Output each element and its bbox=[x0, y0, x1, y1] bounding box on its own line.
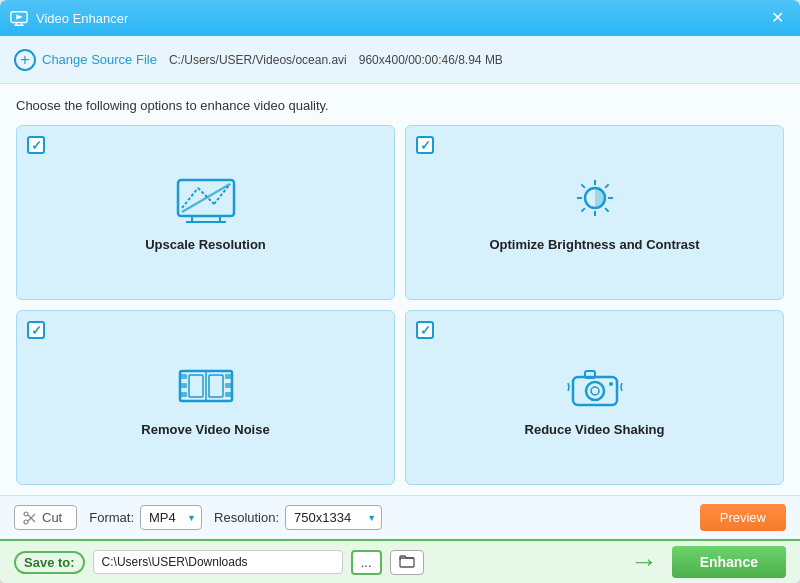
upscale-label: Upscale Resolution bbox=[145, 237, 266, 252]
svg-line-11 bbox=[214, 184, 230, 204]
brightness-icon bbox=[563, 175, 627, 227]
save-path-input[interactable] bbox=[93, 550, 343, 574]
option-shaking[interactable]: Reduce Video Shaking bbox=[405, 310, 784, 485]
checkbox-shaking[interactable] bbox=[416, 321, 434, 339]
svg-rect-31 bbox=[209, 375, 223, 397]
title-bar: Video Enhancer ✕ bbox=[0, 0, 800, 36]
arrow-spacer: → bbox=[432, 546, 664, 578]
source-file-path: C:/Users/USER/Videos/ocean.avi bbox=[169, 53, 347, 67]
shaking-icon bbox=[563, 360, 627, 412]
format-group: Format: MP4 AVI MOV MKV bbox=[89, 505, 202, 530]
svg-point-36 bbox=[609, 382, 613, 386]
enhance-button[interactable]: Enhance bbox=[672, 546, 786, 578]
options-grid: Upscale Resolution bbox=[16, 125, 784, 485]
svg-rect-28 bbox=[225, 392, 232, 397]
browse-button[interactable]: ... bbox=[351, 550, 382, 575]
svg-line-40 bbox=[28, 514, 35, 521]
format-select-wrapper: MP4 AVI MOV MKV bbox=[140, 505, 202, 530]
close-button[interactable]: ✕ bbox=[765, 8, 790, 28]
instruction-text: Choose the following options to enhance … bbox=[16, 98, 784, 113]
svg-rect-41 bbox=[400, 558, 414, 567]
source-bar: + Change Source File C:/Users/USER/Video… bbox=[0, 36, 800, 84]
resolution-group: Resolution: 750x1334 960x400 1920x1080 bbox=[214, 505, 382, 530]
resolution-label: Resolution: bbox=[214, 510, 279, 525]
open-folder-button[interactable] bbox=[390, 550, 424, 575]
svg-rect-24 bbox=[180, 383, 187, 388]
svg-rect-25 bbox=[180, 392, 187, 397]
preview-button[interactable]: Preview bbox=[700, 504, 786, 531]
noise-icon bbox=[174, 360, 238, 412]
main-content: Choose the following options to enhance … bbox=[0, 84, 800, 495]
arrow-icon: → bbox=[630, 546, 658, 578]
save-to-label: Save to: bbox=[14, 551, 85, 574]
svg-rect-23 bbox=[180, 374, 187, 379]
folder-icon bbox=[399, 554, 415, 568]
cut-label: Cut bbox=[42, 510, 62, 525]
option-upscale[interactable]: Upscale Resolution bbox=[16, 125, 395, 300]
change-source-button[interactable]: + Change Source File bbox=[14, 49, 157, 71]
option-noise[interactable]: Remove Video Noise bbox=[16, 310, 395, 485]
checkbox-noise[interactable] bbox=[27, 321, 45, 339]
add-circle-icon: + bbox=[14, 49, 36, 71]
svg-line-20 bbox=[605, 184, 609, 188]
resolution-select[interactable]: 750x1334 960x400 1920x1080 bbox=[285, 505, 382, 530]
svg-rect-30 bbox=[189, 375, 203, 397]
svg-rect-26 bbox=[225, 374, 232, 379]
app-icon bbox=[10, 9, 28, 27]
main-window: Video Enhancer ✕ + Change Source File C:… bbox=[0, 0, 800, 583]
brightness-label: Optimize Brightness and Contrast bbox=[489, 237, 699, 252]
shaking-label: Reduce Video Shaking bbox=[525, 422, 665, 437]
svg-marker-4 bbox=[16, 14, 22, 19]
svg-line-21 bbox=[581, 208, 585, 212]
upscale-icon bbox=[174, 175, 238, 227]
option-brightness[interactable]: Optimize Brightness and Contrast bbox=[405, 125, 784, 300]
window-title: Video Enhancer bbox=[36, 11, 765, 26]
scissors-icon bbox=[23, 511, 37, 525]
svg-rect-27 bbox=[225, 383, 232, 388]
cut-button[interactable]: Cut bbox=[14, 505, 77, 530]
svg-line-39 bbox=[28, 515, 35, 522]
svg-line-19 bbox=[605, 208, 609, 212]
format-select[interactable]: MP4 AVI MOV MKV bbox=[140, 505, 202, 530]
noise-label: Remove Video Noise bbox=[141, 422, 269, 437]
save-bar: Save to: ... → Enhance bbox=[0, 539, 800, 583]
svg-point-37 bbox=[24, 512, 28, 516]
change-source-label: Change Source File bbox=[42, 52, 157, 67]
svg-point-33 bbox=[586, 382, 604, 400]
checkbox-brightness[interactable] bbox=[416, 136, 434, 154]
svg-point-38 bbox=[24, 520, 28, 524]
svg-point-34 bbox=[591, 387, 599, 395]
resolution-select-wrapper: 750x1334 960x400 1920x1080 bbox=[285, 505, 382, 530]
format-label: Format: bbox=[89, 510, 134, 525]
bottom-toolbar: Cut Format: MP4 AVI MOV MKV Resolution: … bbox=[0, 495, 800, 539]
checkbox-upscale[interactable] bbox=[27, 136, 45, 154]
source-file-meta: 960x400/00:00:46/8.94 MB bbox=[359, 53, 503, 67]
svg-line-18 bbox=[581, 184, 585, 188]
